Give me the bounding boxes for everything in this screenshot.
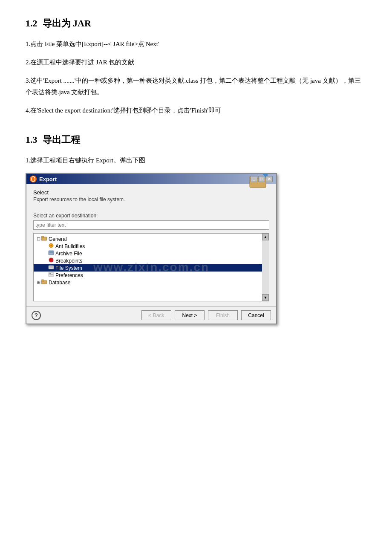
step-1-2-2: 2.在源工程中选择要打进 JAR 包的文献 (26, 57, 366, 68)
svg-rect-19 (49, 275, 53, 275)
scroll-up-button[interactable]: ▲ (262, 234, 269, 240)
dialog-titlebar: Export _ □ ✕ (26, 174, 276, 184)
filesystem-icon (48, 265, 54, 271)
section-number: 1.3 (26, 134, 37, 145)
section-1-3: 1.3 导出工程 1.选择工程项目右键执行 Export。弹出下图 Export… (26, 133, 366, 324)
select-label: Select (33, 189, 269, 196)
back-button[interactable]: < Back (141, 310, 171, 320)
svg-rect-15 (49, 266, 53, 267)
export-dialog: Export _ □ ✕ Select Export resou (26, 173, 277, 324)
step-1-2-3: 3.选中'Export .......'中的一种或多种，第一种表达对类文献.cl… (26, 75, 366, 98)
dialog-body: Select Export resources to the local fil… (26, 184, 276, 306)
tree-item-ant[interactable]: Ant Buildfiles (34, 243, 269, 250)
tree-item-filesystem[interactable]: File System (34, 264, 269, 272)
svg-rect-12 (49, 253, 53, 254)
titlebar-buttons[interactable]: _ □ ✕ (251, 176, 273, 182)
filter-input[interactable] (33, 220, 269, 230)
tree-label-breakpoints: Breakpoints (55, 258, 82, 264)
section-title-text: 导出为 JAR (43, 17, 91, 30)
select-desc: Export resources to the local file syste… (33, 197, 269, 202)
expand-general[interactable]: ⊟ (35, 236, 41, 242)
scroll-track[interactable] (262, 240, 269, 294)
tree-item-database[interactable]: ⊞ Database (34, 279, 269, 286)
cancel-button[interactable]: Cancel (241, 310, 271, 320)
dialog-footer: ? < Back Next > Finish Cancel (26, 306, 276, 324)
step-1-2-1: 1.点击 File 菜单选中[Export]--< JAR file>点'Nex… (26, 38, 366, 50)
folder-icon-general (41, 236, 47, 242)
svg-point-13 (49, 258, 53, 262)
tree-label-ant: Ant Buildfiles (55, 243, 85, 249)
archive-icon (48, 250, 54, 257)
help-button[interactable]: ? (32, 311, 41, 320)
svg-rect-14 (49, 266, 54, 269)
scroll-down-button[interactable]: ▼ (262, 294, 269, 301)
tree-label-general: General (49, 236, 67, 242)
svg-rect-18 (49, 273, 51, 274)
svg-rect-11 (49, 251, 53, 252)
section-number: 1.2 (26, 18, 37, 29)
ant-icon (48, 243, 54, 249)
svg-rect-6 (41, 236, 44, 238)
tree-item-archive[interactable]: Archive File (34, 250, 269, 257)
step-1-3-1: 1.选择工程项目右键执行 Export。弹出下图 (26, 155, 366, 166)
titlebar-left: Export (30, 176, 57, 182)
tree-label-archive: Archive File (55, 251, 82, 257)
minimize-button[interactable]: _ (251, 176, 257, 182)
tree-label-filesystem: File System (55, 265, 82, 271)
tree-item-preferences[interactable]: Preferences (34, 272, 269, 279)
expand-database[interactable]: ⊞ (35, 280, 41, 285)
maximize-button[interactable]: □ (258, 176, 265, 182)
folder-icon-database (41, 279, 47, 286)
section-title-text: 导出工程 (43, 133, 80, 146)
tree-container[interactable]: www.zixin.com.cn ⊟ General (33, 233, 269, 301)
svg-rect-16 (49, 268, 53, 268)
eclipse-icon (30, 176, 37, 182)
tree-label-database: Database (49, 280, 70, 286)
next-button[interactable]: Next > (175, 310, 205, 320)
section-1-2-title: 1.2 导出为 JAR (26, 17, 366, 30)
dialog-title: Export (39, 176, 57, 182)
preferences-icon (48, 272, 54, 278)
destination-label: Select an export destination: (33, 213, 269, 219)
tree-item-general[interactable]: ⊟ General (34, 235, 269, 243)
breakpoint-icon (48, 257, 54, 264)
close-button[interactable]: ✕ (266, 176, 273, 182)
finish-button[interactable]: Finish (208, 310, 238, 320)
tree-label-preferences: Preferences (55, 272, 83, 278)
section-1-3-title: 1.3 导出工程 (26, 133, 366, 146)
section-1-2: 1.2 导出为 JAR 1.点击 File 菜单选中[Export]--< JA… (26, 17, 366, 116)
step-1-2-4: 4.在'Select the export destination:'选择打包到… (26, 105, 366, 116)
tree-item-breakpoints[interactable]: Breakpoints (34, 257, 269, 264)
svg-rect-21 (41, 280, 44, 281)
